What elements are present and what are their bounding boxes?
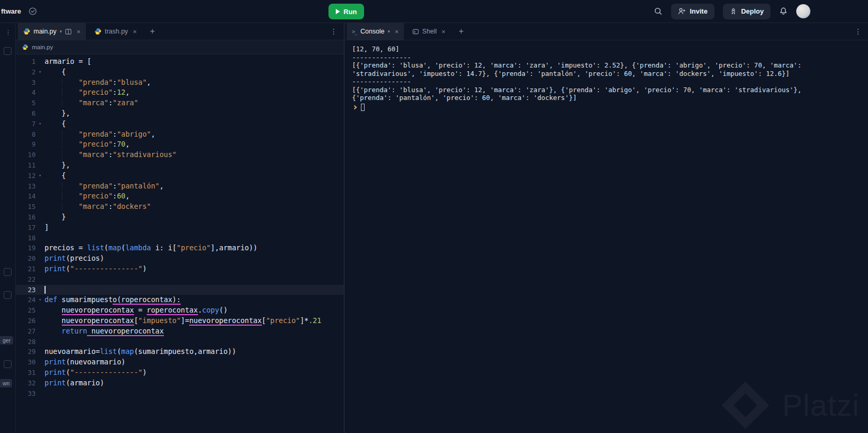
code-line[interactable]: 9 "precio":70, <box>16 139 344 150</box>
breadcrumb[interactable]: main.py <box>16 40 344 54</box>
close-icon[interactable]: × <box>442 28 446 36</box>
code-text: "precio":12, <box>45 87 344 98</box>
code-line[interactable]: 12▾ { <box>16 171 344 181</box>
code-text: { <box>45 67 344 77</box>
avatar[interactable] <box>796 4 810 18</box>
code-line[interactable]: 8 "prenda":"abrigo", <box>16 129 344 140</box>
rail-tool-icon-3[interactable] <box>4 291 12 299</box>
code-text: } <box>45 212 344 223</box>
line-number: 1 <box>16 57 36 67</box>
code-line[interactable]: 14 "precio":60, <box>16 191 344 202</box>
rail-badge-bottom[interactable]: wn <box>0 379 12 387</box>
fold-gutter <box>36 388 45 399</box>
code-line[interactable]: 30print(nuevoarmario) <box>16 357 344 368</box>
code-line[interactable]: 5 "marca":"zara" <box>16 98 344 108</box>
workspace-name[interactable]: ftware <box>1 7 21 15</box>
code-line[interactable]: 15 "marca":"dockers" <box>16 202 344 212</box>
book-icon[interactable] <box>65 28 72 35</box>
code-line[interactable]: 22 <box>16 274 344 285</box>
deploy-button[interactable]: Deploy <box>723 4 771 19</box>
code-line[interactable]: 25 nuevoroperocontax = roperocontax.copy… <box>16 305 344 316</box>
code-line[interactable]: 18 <box>16 233 344 243</box>
close-icon[interactable]: × <box>394 28 399 36</box>
code-text: print(nuevoarmario) <box>45 357 344 368</box>
rail-tool-icon-1[interactable] <box>4 47 12 55</box>
fold-gutter <box>36 264 45 274</box>
code-line[interactable]: 28 <box>16 337 344 347</box>
code-line[interactable]: 26 nuevoroperocontax["impuesto"]=nuevoro… <box>16 316 344 326</box>
fold-gutter <box>36 57 45 67</box>
fold-chevron-icon[interactable]: ▾ <box>36 171 45 181</box>
console-prompt[interactable] <box>352 104 861 111</box>
tab-label: Console <box>360 28 384 35</box>
fold-gutter <box>36 108 45 119</box>
invite-button[interactable]: Invite <box>671 4 715 19</box>
left-rail: ⋮ ger wn <box>0 23 16 433</box>
line-number: 11 <box>16 160 36 171</box>
line-number: 10 <box>16 150 36 160</box>
code-line[interactable]: 33 <box>16 388 344 399</box>
python-icon <box>22 44 28 50</box>
rail-menu-icon[interactable]: ⋮ <box>5 28 12 36</box>
fold-gutter <box>36 368 45 378</box>
code-line[interactable]: 4 "precio":12, <box>16 87 344 98</box>
code-line[interactable]: 2▾ { <box>16 67 344 77</box>
close-icon[interactable]: × <box>76 28 81 36</box>
line-number: 25 <box>16 305 36 316</box>
code-line[interactable]: 16 } <box>16 212 344 223</box>
code-line[interactable]: 20print(precios) <box>16 253 344 264</box>
code-line[interactable]: 3 "prenda":"blusa", <box>16 77 344 88</box>
tab-console[interactable]: >_ Console ▾ × <box>347 23 404 40</box>
new-tab-button[interactable]: + <box>145 23 160 40</box>
rail-badge-top[interactable]: ger <box>0 336 13 345</box>
tab-label: trash.py <box>105 28 128 35</box>
code-text: "marca":"zara" <box>45 98 344 108</box>
tab-main-py[interactable]: main.py ▾ × <box>18 23 86 40</box>
line-number: 27 <box>16 326 36 337</box>
rail-tool-icon-4[interactable] <box>4 360 12 368</box>
fold-chevron-icon[interactable]: ▾ <box>36 295 45 305</box>
line-number: 18 <box>16 233 36 243</box>
code-line[interactable]: 31print("---------------") <box>16 368 344 378</box>
chevron-down-icon[interactable]: ▾ <box>60 29 62 34</box>
code-line[interactable]: 19precios = list(map(lambda i: i["precio… <box>16 243 344 253</box>
code-line[interactable]: 13 "prenda":"pantalón", <box>16 181 344 192</box>
code-line[interactable]: 10 "marca":"stradivarious" <box>16 150 344 160</box>
fold-gutter <box>36 129 45 140</box>
close-icon[interactable]: × <box>133 28 137 36</box>
code-line[interactable]: 24▾def sumarimpuesto(roperocontax): <box>16 295 344 305</box>
fold-gutter <box>36 357 45 368</box>
code-line[interactable]: 1armario = [ <box>16 57 344 67</box>
code-line[interactable]: 29nuevoarmario=list(map(sumarimpuesto,ar… <box>16 347 344 357</box>
run-button[interactable]: Run <box>328 4 364 19</box>
fold-chevron-icon[interactable]: ▾ <box>36 119 45 129</box>
tab-trash-py[interactable]: trash.py × <box>89 23 142 40</box>
code-line[interactable]: 6 }, <box>16 108 344 119</box>
tab-shell[interactable]: Shell × <box>407 23 451 40</box>
console-body[interactable]: [12, 70, 60]---------------[{'prenda': '… <box>345 40 868 433</box>
code-line[interactable]: 17] <box>16 223 344 233</box>
fold-chevron-icon[interactable]: ▾ <box>36 67 45 77</box>
code-line[interactable]: 32print(armario) <box>16 378 344 388</box>
code-line[interactable]: 23 <box>16 285 344 295</box>
code-line[interactable]: 11 }, <box>16 160 344 171</box>
code-editor[interactable]: 1armario = [2▾ {3 "prenda":"blusa",4 "pr… <box>16 54 344 433</box>
search-icon[interactable] <box>654 7 663 16</box>
python-icon <box>94 28 102 35</box>
code-text: "prenda":"pantalón", <box>45 181 344 192</box>
new-tab-button[interactable]: + <box>454 23 468 40</box>
code-text: def sumarimpuesto(roperocontax): <box>45 295 344 305</box>
code-text: "prenda":"abrigo", <box>45 129 344 140</box>
chevron-down-icon[interactable]: ▾ <box>388 29 390 34</box>
tab-label: Shell <box>422 28 437 35</box>
console-menu-button[interactable]: ⋮ <box>848 23 868 40</box>
editor-menu-button[interactable]: ⋮ <box>324 23 344 40</box>
bell-icon[interactable] <box>779 7 788 16</box>
line-number: 3 <box>16 77 36 88</box>
code-line[interactable]: 27 return nuevoroperocontax <box>16 326 344 337</box>
code-text <box>45 233 344 243</box>
line-number: 6 <box>16 108 36 119</box>
code-line[interactable]: 7▾ { <box>16 119 344 129</box>
rail-tool-icon-2[interactable] <box>4 268 12 276</box>
code-line[interactable]: 21print("---------------") <box>16 264 344 274</box>
